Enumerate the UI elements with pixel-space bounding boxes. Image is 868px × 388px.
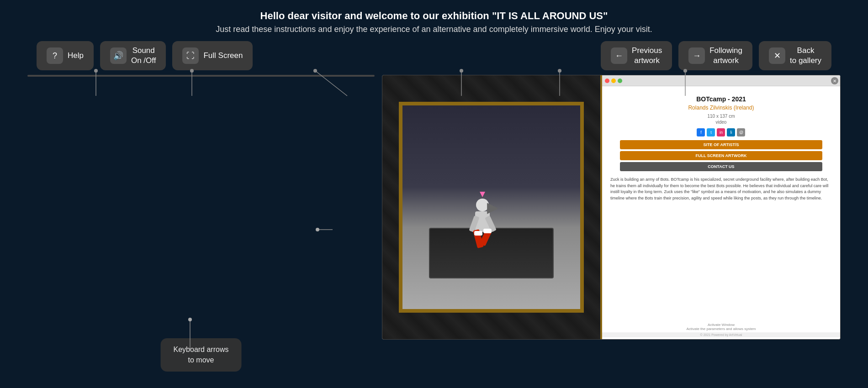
sound-label: Sound On /Off: [131, 46, 156, 66]
linkedin-icon[interactable]: li: [727, 128, 735, 136]
gallery-artwork-neon[interactable]: [56, 76, 147, 77]
active-window-label: Activate WindowActivate the parameters a…: [602, 323, 840, 331]
sound-icon: 🔊: [110, 47, 127, 64]
fullscreen-button[interactable]: ⛶ Full Screen: [172, 41, 253, 70]
floor-glow: [28, 75, 374, 76]
header-title-line2: Just read these instructions and enjoy t…: [0, 23, 868, 36]
detail-dot-red: [605, 79, 609, 83]
detail-dot-yellow: [611, 79, 616, 83]
fireplace: [49, 75, 177, 76]
email-icon[interactable]: @: [737, 128, 745, 136]
site-of-artists-button[interactable]: SITE OF ARTIST/S: [620, 140, 823, 149]
contact-us-button[interactable]: CONTACT US: [620, 162, 823, 171]
detail-dot-green: [618, 79, 622, 83]
following-icon: →: [688, 47, 705, 64]
detail-top-bar: ✕: [602, 75, 840, 86]
twitter-icon[interactable]: t: [707, 128, 715, 136]
bot-marker: [480, 192, 485, 197]
close-icon: ✕: [769, 47, 785, 64]
sofa: [46, 75, 192, 76]
detail-close-button[interactable]: ✕: [831, 77, 838, 84]
bot-shoe-left: [474, 231, 482, 236]
artwork-display-area: ▶: [382, 75, 602, 339]
previous-artwork-button[interactable]: ← Previous artwork: [601, 41, 672, 70]
header: Hello dear visitor and welcome to our ex…: [0, 0, 868, 41]
button-group-right: ← Previous artwork → Following artwork ✕…: [601, 41, 831, 70]
arrow-right-button[interactable]: ►: [212, 75, 230, 76]
instagram-icon[interactable]: in: [717, 128, 725, 136]
help-label: Help: [68, 51, 84, 61]
keyboard-tooltip: Keyboard arrowsto move: [161, 338, 242, 372]
ottoman-1: [153, 75, 189, 76]
panel-nav-arrow[interactable]: ▶: [487, 199, 609, 216]
artwork-info-content: BOTcamp - 2021 Rolands Zilvinskis (Irela…: [609, 95, 834, 205]
button-bar: ? Help 🔊 Sound On /Off ⛶ Full Screen ← P…: [0, 41, 868, 70]
arrow-down-button[interactable]: ▼: [192, 75, 210, 76]
ottoman-2: [194, 75, 240, 76]
artwork-artist: Rolands Zilvinskis (Ireland): [609, 105, 834, 111]
click-artwork-tooltip: Click onartwork to displaythe informatio…: [281, 75, 357, 76]
button-group-left: ? Help 🔊 Sound On /Off ⛶ Full Screen: [37, 41, 253, 70]
fullscreen-label: Full Screen: [203, 51, 243, 61]
gallery-panel[interactable]: 🔊 ⛶ ? ℹ ▲ ◄ ▼ ►: [27, 75, 375, 77]
artwork-medium: video: [609, 120, 834, 125]
left-panel-wrapper: 🔊 ⛶ ? ℹ ▲ ◄ ▼ ►: [27, 75, 375, 340]
bot-shoe-right: [483, 229, 492, 233]
social-icons: f t in li @: [609, 128, 834, 136]
previous-label: Previous artwork: [632, 46, 662, 66]
artwork-info-panel: ✕ BOTcamp - 2021 Rolands Zilvinskis (Ire…: [602, 75, 840, 339]
following-artwork-button[interactable]: → Following artwork: [678, 41, 752, 70]
artwork-dimensions: 110 x 137 cm: [609, 114, 834, 119]
gallery-artwork-bowling[interactable]: [307, 76, 339, 77]
treadmill: [429, 228, 554, 279]
header-title-line1: Hello dear visitor and welcome to our ex…: [0, 8, 868, 23]
arrow-left-button[interactable]: ◄: [172, 75, 190, 76]
sound-button[interactable]: 🔊 Sound On /Off: [100, 41, 166, 70]
help-icon: ?: [47, 47, 63, 64]
fullscreen-artwork-button[interactable]: FULL SCREEN ARTWORK: [620, 151, 823, 160]
copyright-bar: © 2021 Powered by ArtVirtual: [602, 332, 840, 337]
following-label: Following artwork: [709, 46, 742, 66]
previous-icon: ←: [611, 47, 627, 64]
back-to-gallery-button[interactable]: ✕ Back to gallery: [759, 41, 831, 70]
ottoman-3: [239, 75, 271, 76]
fullscreen-icon: ⛶: [182, 47, 199, 64]
detail-panel: ▶ ✕ BOTcamp - 2021 Rolands Zilvinskis (I…: [382, 75, 841, 340]
help-button[interactable]: ? Help: [37, 41, 94, 70]
gallery-artwork-red[interactable]: [245, 76, 277, 77]
artwork-title: BOTcamp - 2021: [609, 95, 834, 103]
navigation-arrows: ▲ ◄ ▼ ►: [172, 75, 230, 76]
back-label: Back to gallery: [790, 46, 821, 66]
facebook-icon[interactable]: f: [697, 128, 705, 136]
artwork-description: Zuck is building an army of Bots. BOTcam…: [609, 173, 834, 205]
main-content: 🔊 ⛶ ? ℹ ▲ ◄ ▼ ►: [0, 75, 868, 340]
gallery-artwork-planet[interactable]: [270, 76, 298, 77]
